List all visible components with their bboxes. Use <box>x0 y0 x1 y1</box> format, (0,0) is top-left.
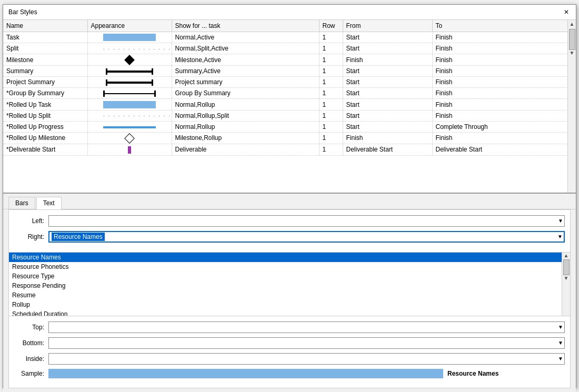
close-button[interactable]: ✕ <box>562 8 571 16</box>
table-row[interactable]: *Rolled Up MilestoneMilestone,Rollup1Fin… <box>3 132 576 144</box>
table-row[interactable]: *Rolled Up ProgressNormal,Rollup1StartCo… <box>3 121 576 132</box>
cell-from: Finish <box>343 54 432 66</box>
dropdown-list-item[interactable]: Resource Phonetics <box>9 262 570 272</box>
dropdown-list-item[interactable]: Rollup <box>9 300 570 309</box>
right-dropdown-list[interactable]: Resource NamesResource PhoneticsResource… <box>9 253 570 316</box>
right-dropdown[interactable]: Resource Names ▼ <box>48 231 565 243</box>
inside-input-wrapper: ▼ <box>48 353 565 365</box>
cell-row: 1 <box>319 32 343 43</box>
sample-display: Resource Names <box>48 369 565 378</box>
cell-name: *Rolled Up Split <box>3 110 87 121</box>
table-scrollbar[interactable]: ▲ ▼ <box>567 20 576 193</box>
cell-name: Split <box>3 43 87 54</box>
cell-from: Start <box>343 99 432 110</box>
top-field-row: Top: ▼ <box>14 321 565 333</box>
bottom-field-row: Bottom: ▼ <box>14 337 565 349</box>
cell-to: Deliverable Start <box>432 144 576 155</box>
scroll-up-arrow[interactable]: ▲ <box>570 21 575 27</box>
cell-row: 1 <box>319 121 343 132</box>
cell-to: Finish <box>432 110 576 121</box>
cell-row: 1 <box>319 54 343 66</box>
dropdown-list-item[interactable]: Resume <box>9 290 570 300</box>
dropdown-list-item[interactable]: Resource Names <box>9 253 570 262</box>
sample-bar <box>48 369 443 378</box>
list-scroll-thumb[interactable] <box>563 259 570 275</box>
cell-show: Normal,Rollup <box>172 99 319 110</box>
dropdown-list-item[interactable]: Resource Type <box>9 272 570 281</box>
cell-from: Start <box>343 121 432 132</box>
table-wrapper[interactable]: Name Appearance Show for ... task Row Fr… <box>3 20 576 193</box>
cell-from: Start <box>343 66 432 77</box>
cell-show: Summary,Active <box>172 66 319 77</box>
col-header-show: Show for ... task <box>172 20 319 32</box>
cell-show: Milestone,Active <box>172 54 319 66</box>
cell-show: Deliverable <box>172 144 319 155</box>
right-field-row: Right: Resource Names ▼ <box>14 231 565 243</box>
right-dropdown-selected: Resource Names <box>52 233 105 241</box>
cell-show: Project summary <box>172 77 319 88</box>
table-row[interactable]: MilestoneMilestone,Active1FinishFinish <box>3 54 576 66</box>
cell-to: Finish <box>432 132 576 144</box>
table-row[interactable]: *Rolled Up Split· · · · · · · · · · · · … <box>3 110 576 121</box>
table-row[interactable]: Project SummaryProject summary1StartFini… <box>3 77 576 88</box>
cell-name: *Rolled Up Progress <box>3 121 87 132</box>
scroll-thumb[interactable] <box>569 29 575 50</box>
table-row[interactable]: SummarySummary,Active1StartFinish <box>3 66 576 77</box>
cell-to: Complete Through <box>432 121 576 132</box>
top-label: Top: <box>14 324 48 331</box>
dialog-title: Bar Styles <box>8 8 37 16</box>
dropdown-list-item[interactable]: Scheduled Duration <box>9 309 570 316</box>
table-row[interactable]: *Rolled Up TaskNormal,Rollup1StartFinish <box>3 99 576 110</box>
col-header-name: Name <box>3 20 87 32</box>
inside-field-row: Inside: ▼ <box>14 353 565 365</box>
tab-bars[interactable]: Bars <box>8 197 35 209</box>
inside-dropdown-arrow[interactable]: ▼ <box>558 356 563 361</box>
col-header-appearance: Appearance <box>87 20 172 32</box>
cell-appearance <box>87 132 172 144</box>
dropdown-list-item[interactable]: Response Pending <box>9 281 570 290</box>
cell-appearance <box>87 144 172 155</box>
cell-to: Finish <box>432 99 576 110</box>
table-row[interactable]: *Group By SummaryGroup By Summary1StartF… <box>3 88 576 99</box>
tab-text[interactable]: Text <box>36 197 62 209</box>
bar-styles-table-section: Name Appearance Show for ... task Row Fr… <box>3 20 576 194</box>
right-dropdown-arrow[interactable]: ▼ <box>557 234 563 239</box>
table-row[interactable]: Split· · · · · · · · · · · · · ·Normal,S… <box>3 43 576 54</box>
cell-show: Normal,Rollup,Split <box>172 110 319 121</box>
left-dropdown-arrow[interactable]: ▼ <box>558 218 563 224</box>
cell-to: Finish <box>432 66 576 77</box>
cell-show: Normal,Active <box>172 32 319 43</box>
col-header-to: To <box>432 20 576 32</box>
cell-to: Finish <box>432 88 576 99</box>
inside-dropdown[interactable]: ▼ <box>48 353 565 365</box>
bottom-label: Bottom: <box>14 339 48 347</box>
cell-name: Project Summary <box>3 77 87 88</box>
cell-appearance <box>87 32 172 43</box>
top-dropdown[interactable]: ▼ <box>48 321 565 333</box>
bar-styles-dialog: Bar Styles ✕ Name Appearance Show <box>3 4 576 388</box>
col-header-row: Row <box>319 20 343 32</box>
cell-from: Deliverable Start <box>343 144 432 155</box>
cell-name: *Group By Summary <box>3 88 87 99</box>
list-scroll-down[interactable]: ▼ <box>564 275 569 281</box>
scroll-down-arrow[interactable]: ▼ <box>570 50 575 56</box>
top-input-wrapper: ▼ <box>48 321 565 333</box>
left-label: Left: <box>14 217 48 225</box>
list-scroll-up[interactable]: ▲ <box>564 253 569 258</box>
list-scrollbar[interactable]: ▲ ▼ <box>562 253 570 316</box>
table-row[interactable]: TaskNormal,Active1StartFinish <box>3 32 576 43</box>
bottom-dropdown-arrow[interactable]: ▼ <box>558 340 563 346</box>
right-label: Right: <box>14 233 48 240</box>
cell-row: 1 <box>319 66 343 77</box>
table-row[interactable]: *Deliverable StartDeliverable1Deliverabl… <box>3 144 576 155</box>
right-dropdown-list-wrapper: Resource NamesResource PhoneticsResource… <box>8 253 571 316</box>
bottom-input-wrapper: ▼ <box>48 337 565 349</box>
bottom-dropdown[interactable]: ▼ <box>48 337 565 349</box>
cell-row: 1 <box>319 43 343 54</box>
bottom-section: Bars Text Left: ▼ Right: Resou <box>3 194 576 393</box>
cell-from: Start <box>343 88 432 99</box>
cell-row: 1 <box>319 110 343 121</box>
left-dropdown[interactable]: ▼ <box>48 215 565 227</box>
top-dropdown-arrow[interactable]: ▼ <box>558 324 563 330</box>
right-input-wrapper: Resource Names ▼ <box>48 231 565 243</box>
